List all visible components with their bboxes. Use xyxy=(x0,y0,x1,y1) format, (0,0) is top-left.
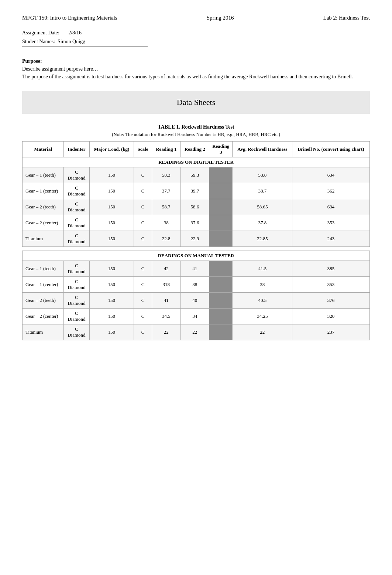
cell-r2: 59.3 xyxy=(180,167,209,183)
cell-r3 xyxy=(209,309,233,324)
col-brinell: Brinell No. (convert using chart) xyxy=(292,142,370,157)
cell-brinell: 634 xyxy=(292,167,370,183)
cell-load: 150 xyxy=(89,261,134,277)
cell-scale: C xyxy=(134,293,152,309)
cell-brinell: 237 xyxy=(292,324,370,340)
table-row: Gear – 2 (center)CDiamond150C3837.637.83… xyxy=(23,215,370,231)
cell-r2: 22.9 xyxy=(180,231,209,247)
cell-r2: 41 xyxy=(180,261,209,277)
col-material: Material xyxy=(23,142,64,157)
table-row: Gear – 1 (center)CDiamond150C37.739.738.… xyxy=(23,183,370,199)
table1-section: TABLE 1. Rockwell Hardness Test (Note: T… xyxy=(22,124,370,340)
cell-brinell: 320 xyxy=(292,309,370,324)
table-row: TitaniumCDiamond150C222222237 xyxy=(23,324,370,340)
cell-scale: C xyxy=(134,231,152,247)
cell-scale: C xyxy=(134,309,152,324)
cell-brinell: 376 xyxy=(292,293,370,309)
cell-r3 xyxy=(209,261,233,277)
cell-material: Titanium xyxy=(23,231,64,247)
table-row: Gear – 2 (teeth)CDiamond150C414040.5376 xyxy=(23,293,370,309)
cell-brinell: 243 xyxy=(292,231,370,247)
purpose-heading: Purpose: xyxy=(22,58,42,64)
cell-material: Gear – 2 (teeth) xyxy=(23,199,64,215)
col-indenter: Indenter xyxy=(64,142,90,157)
cell-r1: 58.3 xyxy=(152,167,180,183)
cell-avg: 41.5 xyxy=(233,261,292,277)
cell-r1: 58.7 xyxy=(152,199,180,215)
header-center: Spring 2016 xyxy=(207,15,234,21)
cell-r1: 42 xyxy=(152,261,180,277)
cell-load: 150 xyxy=(89,215,134,231)
cell-indenter: CDiamond xyxy=(64,215,90,231)
cell-load: 150 xyxy=(89,309,134,324)
cell-r3 xyxy=(209,183,233,199)
student-label: Student Names: xyxy=(22,39,55,44)
section-header-digital: READINGS ON DIGITAL TESTER xyxy=(23,157,370,167)
col-reading1: Reading 1 xyxy=(152,142,180,157)
cell-r3 xyxy=(209,293,233,309)
cell-material: Gear – 2 (center) xyxy=(23,309,64,324)
cell-material: Gear – 1 (teeth) xyxy=(23,167,64,183)
col-scale: Scale xyxy=(134,142,152,157)
cell-indenter: CDiamond xyxy=(64,324,90,340)
cell-avg: 22 xyxy=(233,324,292,340)
assignment-date-label: Assignment Date: ___ xyxy=(22,30,68,35)
cell-load: 150 xyxy=(89,231,134,247)
cell-avg: 58.8 xyxy=(233,167,292,183)
cell-indenter: CDiamond xyxy=(64,183,90,199)
purpose-line2: The purpose of the assignment is to test… xyxy=(22,73,370,81)
assignment-date-value: 2/8/16 xyxy=(68,30,82,35)
cell-indenter: CDiamond xyxy=(64,293,90,309)
cell-scale: C xyxy=(134,183,152,199)
cell-indenter: CDiamond xyxy=(64,277,90,293)
cell-r2: 38 xyxy=(180,277,209,293)
cell-r3 xyxy=(209,277,233,293)
cell-avg: 38.7 xyxy=(233,183,292,199)
header-right: Lab 2: Hardness Test xyxy=(323,15,370,21)
cell-r3 xyxy=(209,231,233,247)
cell-scale: C xyxy=(134,199,152,215)
cell-r2: 40 xyxy=(180,293,209,309)
table1-title: TABLE 1. Rockwell Hardness Test xyxy=(22,124,370,130)
table-row: Gear – 1 (teeth)CDiamond150C58.359.358.8… xyxy=(23,167,370,183)
spacer-cell xyxy=(23,247,370,251)
section-digital-label: READINGS ON DIGITAL TESTER xyxy=(23,157,370,167)
table-row: TitaniumCDiamond150C22.822.922.85243 xyxy=(23,231,370,247)
cell-r3 xyxy=(209,324,233,340)
student-underline xyxy=(22,47,148,47)
col-reading2: Reading 2 xyxy=(180,142,209,157)
cell-r1: 22.8 xyxy=(152,231,180,247)
cell-load: 150 xyxy=(89,167,134,183)
header-left: MFGT 150: Intro to Engineering Materials xyxy=(22,15,117,21)
cell-material: Gear – 2 (teeth) xyxy=(23,293,64,309)
student-value: Simon Quigg xyxy=(58,39,87,45)
cell-material: Gear – 2 (center) xyxy=(23,215,64,231)
cell-r2: 22 xyxy=(180,324,209,340)
table-row: Gear – 2 (center)CDiamond150C34.53434.25… xyxy=(23,309,370,324)
cell-material: Gear – 1 (teeth) xyxy=(23,261,64,277)
cell-load: 150 xyxy=(89,199,134,215)
table1-subtitle: (Note: The notation for Rockwell Hardnes… xyxy=(22,132,370,137)
cell-load: 150 xyxy=(89,293,134,309)
data-sheets-banner: Data Sheets xyxy=(22,91,370,114)
cell-indenter: CDiamond xyxy=(64,261,90,277)
cell-brinell: 353 xyxy=(292,277,370,293)
cell-r1: 41 xyxy=(152,293,180,309)
cell-r3 xyxy=(209,167,233,183)
cell-indenter: CDiamond xyxy=(64,309,90,324)
cell-r2: 58.6 xyxy=(180,199,209,215)
cell-r3 xyxy=(209,215,233,231)
cell-r2: 39.7 xyxy=(180,183,209,199)
rockwell-table: Material Indenter Major Load, (kg) Scale… xyxy=(22,141,370,340)
student-names-row: Student Names: Simon Quigg xyxy=(22,39,370,47)
col-reading3: Reading 3 xyxy=(209,142,233,157)
purpose-line1: Describe assignment purpose here… xyxy=(22,65,370,73)
cell-scale: C xyxy=(134,215,152,231)
cell-brinell: 362 xyxy=(292,183,370,199)
cell-r1: 22 xyxy=(152,324,180,340)
cell-r3 xyxy=(209,199,233,215)
col-load: Major Load, (kg) xyxy=(89,142,134,157)
cell-avg: 38 xyxy=(233,277,292,293)
cell-brinell: 385 xyxy=(292,261,370,277)
cell-avg: 40.5 xyxy=(233,293,292,309)
